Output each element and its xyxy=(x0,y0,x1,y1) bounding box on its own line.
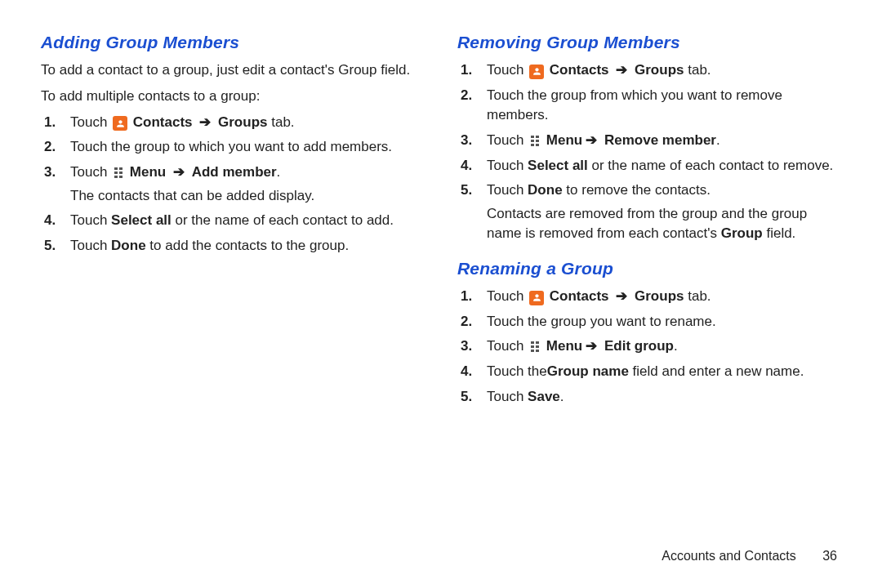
step-text: Touch the group to which you want to add… xyxy=(70,139,392,154)
step-text: . xyxy=(560,389,564,404)
step: Touch Contacts ➔ Groups tab. xyxy=(482,60,841,81)
step: Touch Menu ➔ Add member. The contacts th… xyxy=(65,163,425,206)
step: Touch Contacts ➔ Groups tab. xyxy=(482,287,841,307)
svg-rect-6 xyxy=(531,136,534,138)
step-text: . xyxy=(674,338,678,354)
step: Touch Select all or the name of each con… xyxy=(65,211,425,231)
arrow-icon: ➔ xyxy=(199,113,211,133)
svg-rect-8 xyxy=(531,140,534,142)
step-bold: Save xyxy=(528,389,560,404)
step-text: Touch the group you want to rename. xyxy=(487,314,716,329)
step-bold: Edit group xyxy=(604,338,674,354)
step-text: tab. xyxy=(271,114,294,130)
step-text: or the name of each contact to remove. xyxy=(588,158,834,173)
step-subtext: Contacts are removed from the group and … xyxy=(487,204,841,244)
step-text: Touch xyxy=(70,114,111,130)
menu-icon xyxy=(529,134,541,147)
step: Touch Contacts ➔ Groups tab. xyxy=(65,113,425,133)
step: Touch Menu➔ Remove member. xyxy=(482,131,841,151)
manual-page: Adding Group Members To add a contact to… xyxy=(0,0,882,588)
step-bold: Select all xyxy=(111,212,172,228)
step: Touch Select all or the name of each con… xyxy=(482,156,841,176)
step-bold: Add member xyxy=(192,164,277,180)
menu-icon xyxy=(529,340,541,353)
step-text: Touch xyxy=(487,288,528,304)
svg-rect-7 xyxy=(536,136,539,138)
arrow-icon: ➔ xyxy=(586,131,597,151)
heading-adding-group-members: Adding Group Members xyxy=(41,33,425,52)
steps-removing: Touch Contacts ➔ Groups tab. Touch the g… xyxy=(457,60,841,244)
step-bold: Groups xyxy=(218,114,271,130)
svg-rect-14 xyxy=(531,345,534,348)
step-bold: Select all xyxy=(528,158,588,173)
step-text: Touch xyxy=(487,158,528,173)
steps-renaming: Touch Contacts ➔ Groups tab. Touch the g… xyxy=(457,287,841,407)
svg-rect-1 xyxy=(119,167,122,170)
svg-rect-10 xyxy=(531,144,534,146)
step-bold: Group name xyxy=(547,363,633,379)
step-text: Touch xyxy=(487,389,528,404)
svg-rect-4 xyxy=(114,176,118,178)
step-text: Touch the group from which you want to r… xyxy=(487,87,782,123)
step-text: or the name of each contact to add. xyxy=(172,212,394,228)
svg-rect-5 xyxy=(119,176,122,178)
svg-rect-0 xyxy=(114,167,118,170)
step-text: Touch xyxy=(487,62,528,78)
step-bold: Done xyxy=(111,238,146,253)
heading-removing-group-members: Removing Group Members xyxy=(457,33,841,52)
step-text: to add the contacts to the group. xyxy=(146,238,350,253)
intro-text: To add a contact to a group, just edit a… xyxy=(41,60,425,80)
step-bold: Done xyxy=(528,182,563,198)
svg-rect-12 xyxy=(531,341,534,344)
step: Touch the group to which you want to add… xyxy=(65,137,425,158)
step-text: . xyxy=(277,164,281,180)
step-bold: Contacts xyxy=(133,114,193,130)
arrow-icon: ➔ xyxy=(173,163,185,183)
step-text: Touch xyxy=(70,238,111,253)
step-bold: Groups xyxy=(635,62,688,78)
contacts-icon xyxy=(113,116,127,131)
svg-rect-17 xyxy=(536,350,539,352)
right-column: Removing Group Members Touch Contacts ➔ … xyxy=(457,33,841,415)
step-bold: Contacts xyxy=(550,62,609,78)
step-subtext-bold: Group xyxy=(721,225,763,241)
step: Touch Done to remove the contacts. Conta… xyxy=(482,180,841,244)
step-text: Touch xyxy=(487,132,528,148)
step-bold: Menu xyxy=(546,132,582,148)
heading-renaming-a-group: Renaming a Group xyxy=(457,259,841,278)
step: Touch Menu➔ Edit group. xyxy=(482,336,841,357)
svg-rect-11 xyxy=(536,144,539,146)
step-text: tab. xyxy=(688,62,710,78)
step-bold: Remove member xyxy=(604,132,716,148)
step-text: field and enter a new name. xyxy=(633,363,804,379)
contacts-icon xyxy=(529,291,544,305)
step: Touch the group from which you want to r… xyxy=(482,86,841,126)
svg-rect-15 xyxy=(536,345,539,348)
step-subtext-part: field. xyxy=(763,225,796,241)
step: Touch Save. xyxy=(482,387,841,408)
step-bold: Contacts xyxy=(550,288,609,304)
step: Touch theGroup name field and enter a ne… xyxy=(482,362,841,382)
svg-rect-16 xyxy=(531,350,534,352)
intro-text-2: To add multiple contacts to a group: xyxy=(41,87,425,106)
menu-icon xyxy=(113,166,124,179)
svg-rect-2 xyxy=(114,172,118,174)
step-text: Touch the xyxy=(487,363,547,379)
step-text: Touch xyxy=(487,182,528,198)
arrow-icon: ➔ xyxy=(616,60,627,81)
svg-rect-9 xyxy=(536,140,539,142)
contacts-icon xyxy=(529,65,544,79)
step-text: Touch xyxy=(487,338,528,354)
step-subtext: The contacts that can be added display. xyxy=(70,186,425,207)
step-text: to remove the contacts. xyxy=(563,182,710,198)
page-footer: Accounts and Contacts 36 xyxy=(662,549,837,564)
arrow-icon: ➔ xyxy=(586,336,597,357)
step-bold: Menu xyxy=(130,164,166,180)
step-text: . xyxy=(716,132,720,148)
step-text: tab. xyxy=(688,288,710,304)
steps-adding: Touch Contacts ➔ Groups tab. Touch the g… xyxy=(41,113,425,256)
step-text: Touch xyxy=(70,212,111,228)
two-column-layout: Adding Group Members To add a contact to… xyxy=(41,33,841,415)
svg-rect-3 xyxy=(119,172,122,174)
arrow-icon: ➔ xyxy=(616,287,627,307)
